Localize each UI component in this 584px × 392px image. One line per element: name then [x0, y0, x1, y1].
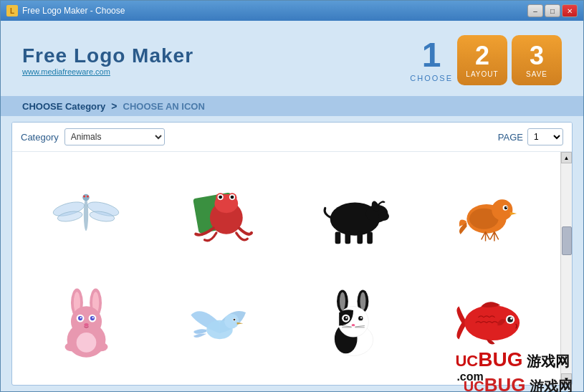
- svg-point-48: [224, 314, 239, 328]
- scroll-thumb[interactable]: [562, 226, 572, 255]
- svg-point-62: [345, 317, 347, 318]
- svg-point-7: [87, 196, 89, 198]
- svg-rect-22: [345, 232, 350, 244]
- maximize-button[interactable]: □: [545, 4, 560, 17]
- title-bar: L Free Logo Maker - Choose – □ ✕: [1, 1, 583, 21]
- step-1-number: 1: [422, 38, 441, 72]
- app-title: Free Logo Maker: [22, 44, 193, 67]
- steps-container: 1 CHOOSE 2 LAYOUT 3 SAVE: [410, 35, 562, 85]
- svg-point-72: [510, 317, 512, 320]
- icon-dove[interactable]: [153, 269, 286, 378]
- step-2-label: LAYOUT: [466, 70, 498, 78]
- scroll-track: [561, 163, 572, 373]
- step-1[interactable]: 1 CHOOSE: [410, 35, 453, 85]
- step-3-number: 3: [530, 43, 544, 69]
- svg-point-43: [84, 323, 88, 327]
- step-1-label: CHOOSE: [410, 74, 453, 82]
- svg-point-27: [492, 200, 512, 221]
- svg-point-0: [84, 199, 88, 231]
- svg-point-44: [64, 343, 77, 351]
- svg-point-36: [71, 306, 102, 337]
- svg-point-19: [378, 212, 388, 221]
- step-3[interactable]: 3 SAVE: [512, 35, 562, 85]
- svg-point-15: [219, 196, 223, 199]
- svg-point-16: [231, 196, 234, 199]
- category-bar: Category Animals Birds Buildings Busines…: [12, 123, 572, 152]
- window-controls: – □ ✕: [527, 4, 578, 17]
- svg-point-45: [95, 343, 107, 351]
- app-title-block: Free Logo Maker www.mediafreeware.com: [22, 44, 193, 76]
- svg-point-6: [83, 196, 85, 198]
- window-title: Free Logo Maker - Choose: [22, 6, 527, 16]
- step-3-label: SAVE: [526, 70, 547, 78]
- svg-rect-23: [357, 232, 363, 244]
- category-label: Category: [21, 132, 59, 143]
- breadcrumb: CHOOSE Category > CHOOSE AN ICON: [1, 96, 583, 116]
- svg-point-63: [360, 317, 362, 318]
- svg-point-71: [507, 317, 513, 322]
- svg-point-30: [506, 207, 507, 208]
- app-window: L Free Logo Maker - Choose – □ ✕ Free Lo…: [0, 0, 584, 392]
- step-2[interactable]: 2 LAYOUT: [457, 35, 507, 85]
- icon-cow[interactable]: [287, 159, 420, 269]
- icon-rabbit[interactable]: [287, 269, 420, 378]
- icon-bunny[interactable]: [19, 269, 153, 378]
- svg-point-29: [504, 206, 507, 209]
- svg-rect-21: [335, 232, 340, 244]
- category-select[interactable]: Animals Birds Buildings Business Compute…: [64, 128, 165, 145]
- svg-point-52: [340, 292, 345, 310]
- header: Free Logo Maker www.mediafreeware.com 1 …: [1, 21, 583, 96]
- svg-point-46: [76, 333, 96, 353]
- ucbug-watermark: UCBUG 游戏网 .com: [455, 349, 570, 383]
- scroll-up-button[interactable]: ▲: [561, 152, 572, 163]
- svg-point-41: [80, 317, 81, 318]
- minimize-button[interactable]: –: [527, 4, 543, 17]
- svg-point-54: [360, 292, 365, 310]
- icon-frog[interactable]: [153, 159, 286, 269]
- step-2-number: 2: [475, 43, 489, 69]
- icon-bird[interactable]: [420, 159, 553, 269]
- svg-point-5: [82, 194, 90, 201]
- app-url[interactable]: www.mediafreeware.com: [22, 67, 193, 76]
- page-label: PAGE: [498, 132, 523, 143]
- svg-point-50: [233, 319, 235, 321]
- breadcrumb-arrow: >: [111, 100, 117, 112]
- close-button[interactable]: ✕: [562, 4, 578, 17]
- page-control: PAGE 1 2 3: [498, 128, 563, 145]
- breadcrumb-step2: CHOOSE AN ICON: [123, 101, 205, 112]
- svg-rect-24: [367, 232, 373, 244]
- category-left: Category Animals Birds Buildings Busines…: [21, 128, 165, 145]
- main-content: Free Logo Maker www.mediafreeware.com 1 …: [1, 21, 583, 391]
- svg-point-64: [351, 324, 355, 326]
- content-panel: Category Animals Birds Buildings Busines…: [11, 122, 573, 386]
- app-icon: L: [6, 5, 18, 16]
- page-select[interactable]: 1 2 3: [527, 128, 563, 145]
- breadcrumb-step1: CHOOSE Category: [22, 101, 105, 112]
- svg-point-42: [92, 317, 93, 318]
- icon-dragonfly[interactable]: [19, 159, 153, 269]
